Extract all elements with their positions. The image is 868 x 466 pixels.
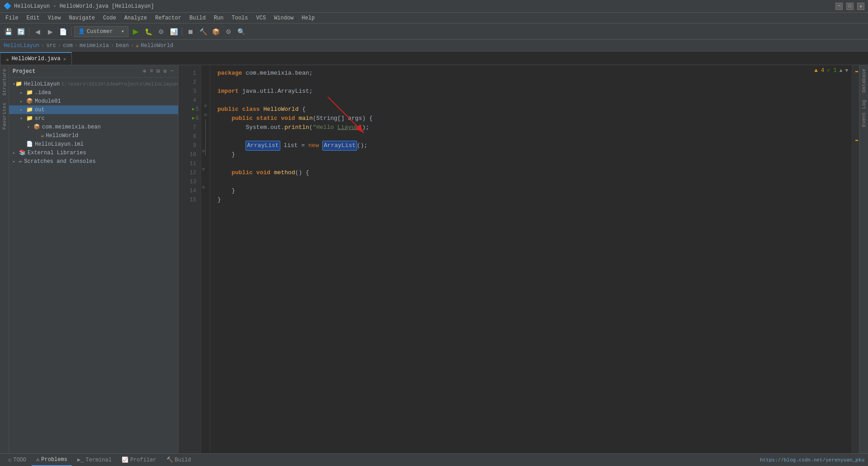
menu-vcs[interactable]: VCS xyxy=(253,13,270,23)
menu-navigate[interactable]: Navigate xyxy=(65,13,99,23)
tree-item-module01[interactable]: ▸ 📦 Module01 xyxy=(9,97,178,105)
run-icon-6[interactable]: ▶ xyxy=(192,114,195,123)
stop-button[interactable]: ⏹ xyxy=(185,26,196,37)
terminal-label: Terminal xyxy=(85,457,112,463)
config-icon: 👤 xyxy=(78,28,85,35)
ext-libs-icon: 📚 xyxy=(19,149,26,156)
keyword-import: import xyxy=(217,87,239,96)
menu-refactor[interactable]: Refactor xyxy=(151,13,185,23)
tab-todo[interactable]: ☑ TODO xyxy=(4,454,31,466)
main-content: Structure Favorites Project ⊕ ≡ ⊟ ⚙ ─ ▾ … xyxy=(0,65,868,453)
code-line-14: } xyxy=(217,186,852,195)
breadcrumb-bean[interactable]: bean xyxy=(116,43,129,49)
fold-icon-10[interactable]: ⊖ xyxy=(202,148,205,154)
breadcrumb-project[interactable]: HelloLiayun xyxy=(4,43,39,49)
favorites-label[interactable]: Favorites xyxy=(1,99,8,133)
menu-code[interactable]: Code xyxy=(99,13,120,23)
tree-label-out: out xyxy=(35,107,45,113)
space-6a xyxy=(253,114,256,123)
collapse-all-icon[interactable]: ⊟ xyxy=(156,67,160,76)
close-sidebar-icon[interactable]: ─ xyxy=(170,67,175,76)
code-editor[interactable]: package com.meimeixia.bean; import java.… xyxy=(210,65,852,453)
forward-button[interactable]: ▶ xyxy=(45,26,56,37)
tree-item-src[interactable]: ▾ 📁 src xyxy=(9,114,178,123)
right-gutter: ▬ ▬ xyxy=(852,65,859,453)
sdk-button[interactable]: 📦 xyxy=(210,26,221,37)
breadcrumb-src[interactable]: src xyxy=(46,43,56,49)
database-label[interactable]: Database xyxy=(860,65,868,96)
maximize-button[interactable]: □ xyxy=(846,3,854,10)
menu-edit[interactable]: Edit xyxy=(23,13,43,23)
tree-label-iml: HelloLiayun.iml xyxy=(35,141,84,147)
string-hello: "Hello Liayun" xyxy=(313,123,362,132)
tab-helloworld[interactable]: ☕ HelloWorld.java ✕ xyxy=(0,52,72,65)
breadcrumb-com[interactable]: com xyxy=(63,43,73,49)
tree-item-ext-libs[interactable]: ▸ 📚 External Libraries xyxy=(9,148,178,157)
recent-files-button[interactable]: 📄 xyxy=(57,26,68,37)
fold-12[interactable]: ⊖ xyxy=(201,165,210,174)
status-url[interactable]: https://blog.csdn.net/yerenyuan_pku xyxy=(760,457,864,463)
tree-item-helloworld[interactable]: ☕ HelloWorld xyxy=(9,131,178,140)
arraylist-highlight-1: ArrayList xyxy=(245,141,280,151)
fold-5[interactable]: ⊖ xyxy=(201,101,210,110)
code-container: 1 2 3 4 ▶ 5 ▶ 6 7 8 9 10 11 12 13 14 xyxy=(179,65,859,453)
run-button[interactable]: ▶ xyxy=(130,26,141,37)
method-method: method xyxy=(274,168,295,177)
tree-item-iml[interactable]: 📄 HelloLiayun.iml xyxy=(9,140,178,148)
tab-build[interactable]: 🔨 Build xyxy=(162,454,196,466)
menu-run[interactable]: Run xyxy=(210,13,227,23)
code-line-1: package com.meimeixia.bean; xyxy=(217,69,852,78)
breadcrumb-meimeixia[interactable]: meimeixia xyxy=(80,43,109,49)
fold-icon-12[interactable]: ⊖ xyxy=(202,166,205,172)
settings-button[interactable]: ⚙ xyxy=(223,26,234,37)
back-button[interactable]: ◀ xyxy=(32,26,43,37)
tab-close-button[interactable]: ✕ xyxy=(63,56,66,62)
tab-profiler[interactable]: 📈 Profiler xyxy=(117,454,161,466)
tree-item-package[interactable]: ▾ 📦 com.meimeixia.bean xyxy=(9,123,178,131)
menu-analyze[interactable]: Analyze xyxy=(121,13,151,23)
tree-item-scratches[interactable]: ▸ ✏ Scratches and Consoles xyxy=(9,157,178,166)
tree-item-idea[interactable]: ▸ 📁 .idea xyxy=(9,88,178,97)
code-line-8 xyxy=(217,132,852,141)
fold-icon-6[interactable]: ⊖ xyxy=(204,112,207,118)
minimize-button[interactable]: ─ xyxy=(835,3,843,10)
settings-icon[interactable]: ⚙ xyxy=(163,67,168,76)
tree-item-out[interactable]: ▸ 📁 out xyxy=(9,105,178,114)
save-all-button[interactable]: 💾 xyxy=(3,26,14,37)
menu-help[interactable]: Help xyxy=(298,13,318,23)
breadcrumb-file[interactable]: HelloWorld xyxy=(141,43,173,49)
coverage-button[interactable]: 📊 xyxy=(168,26,179,37)
menu-tools[interactable]: Tools xyxy=(228,13,252,23)
run-config-button[interactable]: ⚙ xyxy=(156,26,166,37)
menu-window[interactable]: Window xyxy=(270,13,297,23)
build-button[interactable]: 🔨 xyxy=(198,26,208,37)
close-button[interactable]: ✕ xyxy=(857,3,864,10)
fold-6[interactable]: ⊖ xyxy=(201,110,210,119)
fold-14[interactable]: ⊖ xyxy=(201,183,210,192)
menu-file[interactable]: File xyxy=(2,13,22,23)
fold-icon-14[interactable]: ⊖ xyxy=(202,185,205,190)
code-line-2 xyxy=(217,78,852,87)
event-log-label[interactable]: Event Log xyxy=(860,96,868,130)
fold-10[interactable]: ⊖ xyxy=(205,147,210,156)
debug-button[interactable]: 🐛 xyxy=(143,26,154,37)
expand-all-icon[interactable]: ≡ xyxy=(149,67,154,76)
tree-path-helloliayun: C:\Users\32120\IdeaProjects\HelloLiayun xyxy=(61,81,178,87)
tab-problems[interactable]: ⚠ Problems xyxy=(32,454,72,466)
line-num-6: ▶ 6 xyxy=(179,114,201,123)
search-button[interactable]: 🔍 xyxy=(236,26,246,37)
tree-item-helloliayun[interactable]: ▾ 📁 HelloLiayun C:\Users\32120\IdeaProje… xyxy=(9,80,178,88)
fold-1 xyxy=(201,65,210,74)
structure-label[interactable]: Structure xyxy=(1,65,8,99)
run-icon-5[interactable]: ▶ xyxy=(192,105,195,114)
tab-terminal[interactable]: ▶_ Terminal xyxy=(73,454,116,466)
menu-view[interactable]: View xyxy=(44,13,65,23)
configuration-dropdown[interactable]: 👤 Customer ▾ xyxy=(74,26,128,37)
keyword-class: class xyxy=(242,105,260,114)
locate-file-icon[interactable]: ⊕ xyxy=(142,67,147,76)
project-icon: 📁 xyxy=(15,81,22,87)
fold-icon-5[interactable]: ⊖ xyxy=(204,103,207,109)
sync-button[interactable]: 🔄 xyxy=(15,26,26,37)
menu-build[interactable]: Build xyxy=(186,13,209,23)
line-num-5: ▶ 5 xyxy=(179,105,201,114)
